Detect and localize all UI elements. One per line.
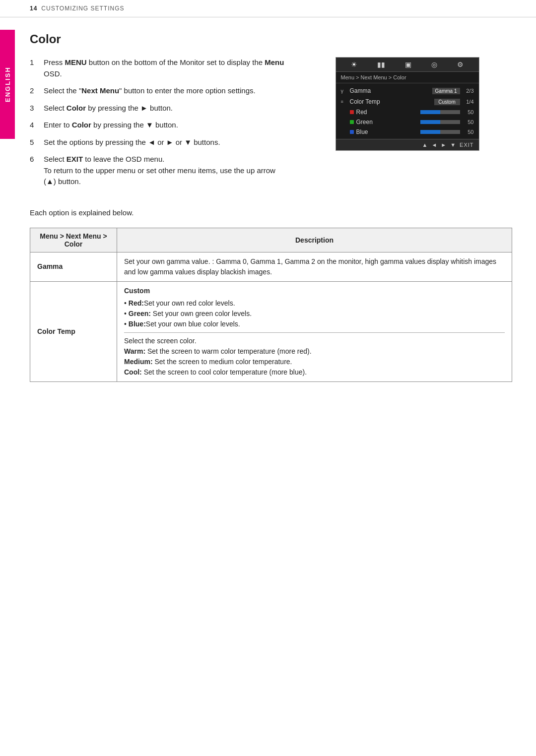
osd-footer-right-icon: ► — [441, 142, 446, 148]
osd-breadcrumb: Menu > Next Menu > Color — [336, 72, 479, 83]
osd-blue-num: 50 — [463, 129, 474, 135]
table-colortemp-menu: Color Temp — [30, 281, 117, 381]
osd-circle-icon: ◎ — [431, 61, 437, 68]
colortemp-extra-desc: Select the screen color. Warm: Set the s… — [124, 336, 505, 378]
osd-blue-fill — [420, 130, 440, 134]
osd-red-label: Red — [350, 109, 420, 116]
osd-blue-row: Blue 50 — [336, 127, 479, 137]
osd-green-label: Green — [350, 119, 420, 126]
cell-divider — [124, 332, 505, 333]
osd-green-track — [420, 120, 460, 124]
osd-colortemp-row: ≡ Color Temp Custom 1/4 — [336, 96, 479, 107]
osd-footer-exit: EXIT — [460, 142, 473, 148]
osd-gamma-label: Gamma — [350, 87, 432, 94]
osd-colortemp-page: 1/4 — [463, 99, 474, 105]
settings-table: Menu > Next Menu > Color Description Gam… — [30, 228, 512, 382]
osd-gamma-row: γ Gamma Gamma 1 2/3 — [336, 85, 479, 96]
osd-colortemp-label: Color Temp — [350, 98, 434, 105]
step-6: 6 Select EXIT to leave the OSD menu. To … — [30, 154, 286, 188]
osd-footer-down-icon: ▼ — [450, 142, 456, 148]
osd-footer: ▲ ◄ ► ▼ EXIT — [336, 139, 479, 150]
osd-screen: ☀ ▮▮ ▣ ◎ ⚙ Menu > Next Menu > Color γ Ga… — [335, 57, 479, 151]
table-col1-header: Menu > Next Menu > Color — [30, 228, 117, 252]
osd-green-row: Green 50 — [336, 117, 479, 127]
osd-gamma-value: Gamma 1 — [432, 88, 460, 94]
osd-blue-track — [420, 130, 460, 134]
osd-green-fill — [420, 120, 440, 124]
osd-red-dot — [350, 110, 354, 114]
main-content: Color 1 Press MENU button on the bottom … — [0, 17, 536, 412]
osd-menu-rows: γ Gamma Gamma 1 2/3 ≡ Color Temp Custom … — [336, 83, 479, 139]
table-gamma-menu: Gamma — [30, 252, 117, 281]
step-1: 1 Press MENU button on the bottom of the… — [30, 57, 286, 79]
table-row-colortemp: Color Temp Custom • Red:Set your own red… — [30, 281, 512, 381]
osd-red-track — [420, 110, 460, 114]
instructions-column: 1 Press MENU button on the bottom of the… — [30, 57, 286, 193]
step-4: 4 Enter to Color by pressing the ▼ butto… — [30, 120, 286, 131]
section-label: CUSTOMIZING SETTINGS — [41, 5, 124, 12]
osd-colortemp-icon: ≡ — [341, 99, 350, 104]
section-title: Color — [30, 32, 512, 46]
osd-screen-icon: ▣ — [405, 61, 411, 68]
osd-red-row: Red 50 — [336, 107, 479, 117]
osd-gear-icon: ⚙ — [457, 61, 464, 68]
table-row-gamma: Gamma Set your own gamma value. : Gamma … — [30, 252, 512, 281]
osd-icons-row: ☀ ▮▮ ▣ ◎ ⚙ — [336, 58, 479, 72]
language-tab: ENGLISH — [0, 30, 15, 139]
colortemp-bullets: • Red:Set your own red color levels. • G… — [124, 298, 505, 329]
osd-gamma-page: 2/3 — [463, 88, 474, 94]
osd-footer-up-icon: ▲ — [422, 142, 427, 148]
step-2: 2 Select the "Next Menu" button to enter… — [30, 85, 286, 97]
osd-green-dot — [350, 120, 354, 124]
osd-blue-dot — [350, 130, 354, 134]
osd-colortemp-value: Custom — [434, 99, 460, 105]
osd-blue-label: Blue — [350, 128, 420, 135]
osd-red-num: 50 — [463, 109, 474, 115]
osd-brightness-icon: ☀ — [351, 61, 357, 68]
page-header: 14 CUSTOMIZING SETTINGS — [0, 0, 536, 17]
colortemp-custom-label: Custom — [124, 286, 505, 296]
table-col2-header: Description — [117, 228, 512, 252]
table-colortemp-desc: Custom • Red:Set your own red color leve… — [117, 281, 512, 381]
osd-column: ☀ ▮▮ ▣ ◎ ⚙ Menu > Next Menu > Color γ Ga… — [302, 57, 512, 193]
step-5: 5 Set the options by pressing the ◄ or ►… — [30, 137, 286, 148]
steps-list: 1 Press MENU button on the bottom of the… — [30, 57, 286, 188]
osd-contrast-icon: ▮▮ — [377, 61, 385, 68]
below-osd-text: Each option is explained below. — [30, 208, 512, 217]
osd-gamma-icon: γ — [341, 88, 350, 94]
step-3: 3 Select Color by pressing the ► button. — [30, 103, 286, 114]
osd-red-fill — [420, 110, 440, 114]
two-col-layout: 1 Press MENU button on the bottom of the… — [30, 57, 512, 193]
table-gamma-desc: Set your own gamma value. : Gamma 0, Gam… — [117, 252, 512, 281]
osd-footer-left-icon: ◄ — [431, 142, 437, 148]
page-number: 14 — [30, 5, 37, 12]
osd-green-num: 50 — [463, 119, 474, 125]
